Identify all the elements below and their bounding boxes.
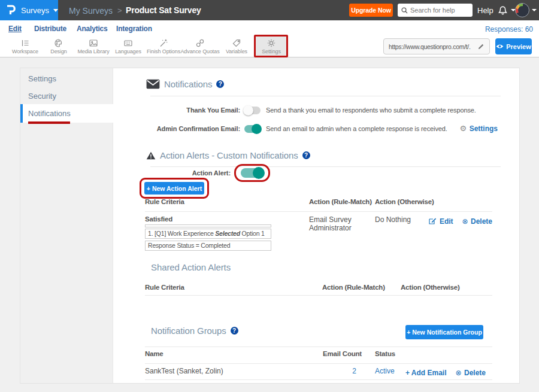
envelope-icon <box>146 79 160 89</box>
help-link[interactable]: Help <box>477 6 493 15</box>
alert-row-actions: Edit Delete <box>380 215 492 226</box>
admin-confirmation-toggle[interactable] <box>244 125 261 133</box>
toolbar-item-workspace[interactable]: Workspace <box>8 36 43 57</box>
shared-action-alerts-title: Shared Action Alerts <box>151 262 231 272</box>
notifications-bell[interactable] <box>497 5 516 16</box>
survey-url-field[interactable]: https://www.questionpro.com/t/. <box>383 38 490 54</box>
admin-settings-link[interactable]: Settings <box>440 123 498 133</box>
group-delete-link[interactable]: Delete <box>464 369 486 377</box>
col-name: Name <box>145 350 163 357</box>
divider <box>150 166 501 167</box>
action-alert-toggle[interactable] <box>241 168 264 178</box>
product-switcher-label: Surveys <box>21 6 49 15</box>
group-row-actions: + Add Email Delete <box>356 367 486 378</box>
media-library-icon <box>89 38 98 48</box>
top-header: Surveys My Surveys > Product Sat Survey … <box>0 0 539 20</box>
responses-count[interactable]: Responses: 60 <box>485 25 533 34</box>
admin-confirmation-label: Admin Confirmation Email: <box>84 125 240 132</box>
divider <box>145 363 492 364</box>
breadcrumb-current: Product Sat Survey <box>126 5 201 15</box>
group-email-count[interactable]: 2 <box>302 367 356 375</box>
chevron-down-icon <box>532 9 537 11</box>
tab-distribute[interactable]: Distribute <box>34 25 66 33</box>
group-name: SankTest (Sanket, Zolin) <box>145 367 223 375</box>
col-rule-criteria-2: Rule Criteria <box>145 284 184 291</box>
sidebar-item-security[interactable]: Security <box>20 87 113 105</box>
gear-icon <box>460 123 467 133</box>
divider <box>145 295 492 296</box>
divider <box>150 96 501 96</box>
toolbar-item-settings[interactable]: Settings <box>255 36 287 57</box>
criteria-connector-box <box>145 224 271 227</box>
edit-link[interactable]: Edit <box>440 217 453 226</box>
tab-edit[interactable]: Edit <box>8 25 22 33</box>
tab-integration[interactable]: Integration <box>116 25 152 33</box>
avatar[interactable] <box>515 3 529 17</box>
survey-url-value: https://www.questionpro.com/t/. <box>389 43 477 50</box>
upgrade-now-button[interactable]: Upgrade Now <box>349 4 393 17</box>
annotation-underline-notifications <box>28 121 70 124</box>
chevron-down-icon <box>53 9 58 12</box>
new-action-alert-button[interactable]: + New Action Alert <box>144 182 204 195</box>
design-icon <box>54 38 63 48</box>
edit-url-pencil-icon[interactable] <box>477 43 485 50</box>
circle-x-icon <box>455 367 461 377</box>
settings-panel: Settings Security Notifications Notifica… <box>20 68 520 384</box>
action-alert-label: Action Alert: <box>75 169 231 177</box>
tab-analytics[interactable]: Analytics <box>77 25 108 33</box>
col-action-rule-match-2: Action (Rule-Match) <box>322 284 385 291</box>
thank-you-email-label: Thank You Email: <box>84 107 240 114</box>
col-email-count: Email Count <box>302 350 362 357</box>
edit-pencil-icon[interactable] <box>429 217 437 224</box>
rule-status: Satisfied <box>145 215 172 223</box>
criteria-box-2[interactable]: Response Status = Completed <box>145 241 271 251</box>
help-question-icon[interactable] <box>216 80 224 88</box>
advance-quotas-icon <box>195 38 205 48</box>
help-search <box>398 4 473 17</box>
breadcrumb-my-surveys[interactable]: My Surveys <box>69 6 113 16</box>
toolbar-item-media-library[interactable]: Media Library <box>76 36 111 57</box>
criteria-box-1[interactable]: 1. [Q1] Work Experience Selected Option … <box>145 229 271 239</box>
search-icon <box>401 7 408 14</box>
sidebar-item-settings[interactable]: Settings <box>20 69 113 87</box>
notifications-title: Notifications <box>164 79 212 89</box>
thank-you-email-desc: Send a thank you email to respondents wh… <box>266 107 476 114</box>
circle-x-icon <box>462 215 468 226</box>
col-action-rule-match: Action (Rule-Match) <box>309 198 372 205</box>
edit-toolbar: Workspace Design Media Library Languages… <box>0 36 539 57</box>
product-switcher[interactable]: Surveys <box>0 0 58 20</box>
help-question-icon[interactable] <box>302 151 310 159</box>
toolbar-item-variables[interactable]: Variables <box>219 36 254 57</box>
notification-groups-title: Notification Groups <box>151 326 226 336</box>
settings-sidebar: Settings Security Notifications <box>20 68 113 383</box>
toolbar-item-advance-quotas[interactable]: Advance Quotas <box>183 36 217 57</box>
variables-icon <box>232 38 241 48</box>
notifications-section-header: Notifications <box>146 79 224 89</box>
col-action-otherwise: Action (Otherwise) <box>375 198 434 205</box>
help-search-input[interactable] <box>410 7 468 14</box>
toolbar-item-design[interactable]: Design <box>41 36 76 57</box>
bell-icon <box>497 5 508 16</box>
toolbar-item-finish-options[interactable]: Finish Options <box>146 36 181 57</box>
new-notification-group-button[interactable]: + New Notification Group <box>405 325 483 339</box>
preview-button[interactable]: Preview <box>495 38 532 54</box>
col-status: Status <box>375 350 395 357</box>
warning-triangle-icon <box>146 151 156 160</box>
toolbar-item-languages[interactable]: Languages <box>111 36 146 57</box>
help-question-icon[interactable] <box>231 327 238 335</box>
add-email-link[interactable]: + Add Email <box>405 369 447 377</box>
divider <box>145 379 492 380</box>
notification-groups-header: Notification Groups <box>151 326 238 336</box>
col-rule-criteria: Rule Criteria <box>145 198 184 205</box>
eye-icon <box>496 44 504 49</box>
finish-options-icon <box>159 38 168 48</box>
languages-icon <box>123 38 133 48</box>
action-alerts-section-header: Action Alerts - Custom Notifications <box>146 150 310 160</box>
thank-you-email-toggle[interactable] <box>244 107 261 114</box>
settings-gear-icon <box>267 38 276 48</box>
delete-link[interactable]: Delete <box>471 217 492 226</box>
breadcrumb-separator: > <box>117 6 122 15</box>
action-alerts-title: Action Alerts - Custom Notifications <box>160 150 298 160</box>
col-action-otherwise-2: Action (Otherwise) <box>401 284 460 291</box>
divider <box>145 211 492 212</box>
